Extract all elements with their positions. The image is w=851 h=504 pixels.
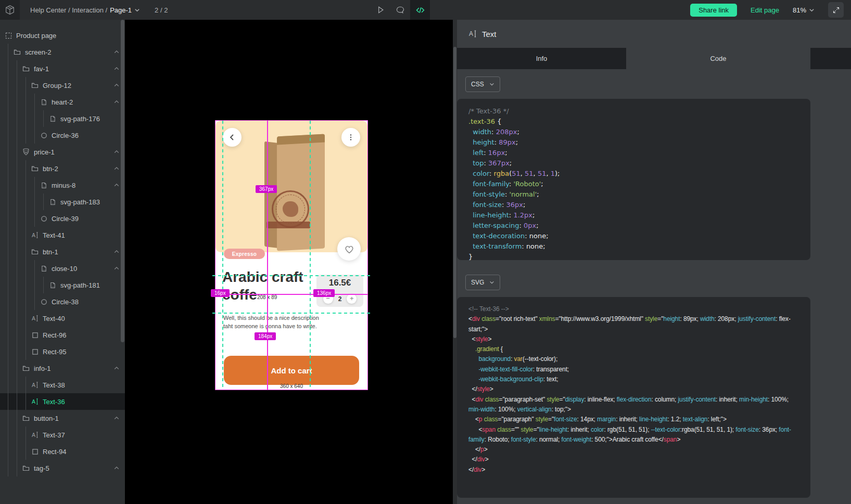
layer-row-circle-39[interactable]: Circle-39 (0, 210, 125, 227)
heart-icon (344, 243, 355, 255)
layer-row-fav-1[interactable]: fav-1 (0, 60, 125, 77)
layer-label: tag-5 (34, 464, 49, 472)
favorite-button[interactable] (337, 237, 361, 261)
collapse-chevron-icon[interactable] (114, 416, 119, 420)
collapse-chevron-icon[interactable] (114, 250, 119, 253)
edit-page-link[interactable]: Edit page (751, 6, 779, 14)
topbar-actions: Share link Edit page 81% (690, 0, 844, 20)
layer-row-minus-8[interactable]: minus-8 (0, 177, 125, 193)
collapse-chevron-icon[interactable] (114, 366, 119, 370)
code-line: </p> (468, 445, 799, 455)
layer-row-svg-path-183[interactable]: svg-path-183 (0, 193, 125, 210)
code-line: /* Text-36 */ (468, 106, 799, 117)
breadcrumb-page[interactable]: Page-1 (110, 6, 132, 14)
indent-guide (26, 427, 26, 443)
code-line: <div class="root rich-text" xmlns="http:… (468, 314, 799, 334)
layer-label: screen-2 (25, 48, 52, 56)
layer-row-text-38[interactable]: AText-38 (0, 377, 125, 393)
svg-code-block[interactable]: <!-- Text-36 --><div class="root rich-te… (457, 297, 810, 498)
share-link-button[interactable]: Share link (690, 4, 737, 17)
layer-row-svg-path-176[interactable]: svg-path-176 (0, 110, 125, 127)
zoom-control[interactable]: 81% (793, 6, 815, 14)
inspector-panel: A Text Info Code CSS /* Text-36 */.text-… (457, 20, 851, 504)
layer-row-group-12[interactable]: Group-12 (0, 77, 125, 94)
code-button[interactable] (410, 0, 430, 20)
breadcrumb[interactable]: Help Center / Interaction / Page-1 (30, 6, 140, 14)
comment-button[interactable] (390, 0, 410, 20)
fullscreen-button[interactable] (828, 2, 844, 18)
plus-button[interactable]: + (347, 294, 357, 304)
svg-format-dropdown[interactable]: SVG (465, 275, 500, 290)
text-layer-icon: A (31, 231, 39, 239)
layer-row-text-40[interactable]: AText-40 (0, 310, 125, 327)
collapse-chevron-icon[interactable] (114, 67, 119, 70)
layer-label: Group-12 (43, 82, 71, 89)
collapse-chevron-icon[interactable] (114, 166, 119, 170)
layer-row-screen-2[interactable]: screen-2 (0, 44, 125, 60)
category-tag[interactable]: Expresso (224, 249, 265, 259)
layer-row-text-41[interactable]: AText-41 (0, 227, 125, 243)
panel-scrollbar[interactable] (453, 20, 457, 504)
add-to-cart-button[interactable]: Add to cart (224, 356, 359, 385)
app-logo-icon[interactable] (0, 0, 20, 20)
chevron-left-icon (228, 134, 236, 141)
product-page-mockup[interactable]: Expresso Arabic craft coffe 208 x 89 16.… (215, 121, 367, 390)
layer-row-product page[interactable]: Product page (0, 27, 125, 44)
measure-line-vertical (267, 121, 268, 390)
chevron-down-icon (489, 82, 494, 87)
layer-row-rect-94[interactable]: Rect-94 (0, 443, 125, 460)
layer-row-rect-96[interactable]: Rect-96 (0, 327, 125, 343)
indent-guide (34, 110, 35, 127)
layer-row-heart-2[interactable]: heart-2 (0, 94, 125, 110)
collapse-chevron-icon[interactable] (114, 50, 119, 54)
back-button[interactable] (223, 128, 242, 147)
layer-row-close-10[interactable]: close-10 (0, 260, 125, 277)
tab-code[interactable]: Code (626, 48, 810, 69)
indent-guide (34, 127, 35, 144)
code-line: width: 208px; (468, 127, 799, 137)
layer-row-rect-95[interactable]: Rect-95 (0, 343, 125, 360)
collapse-chevron-icon[interactable] (114, 266, 119, 270)
preview-canvas[interactable]: Expresso Arabic craft coffe 208 x 89 16.… (125, 20, 453, 504)
folder-layer-icon (14, 48, 21, 56)
code-line: letter-spacing: 0px; (468, 221, 799, 231)
layer-row-svg-path-181[interactable]: svg-path-181 (0, 277, 125, 293)
indent-guide (8, 144, 8, 160)
layer-row-btn-1[interactable]: btn-1 (0, 243, 125, 260)
collapse-chevron-icon[interactable] (114, 466, 119, 470)
layer-row-circle-38[interactable]: Circle-38 (0, 293, 125, 310)
layer-row-button-1[interactable]: button-1 (0, 410, 125, 427)
svg-layer-icon (49, 115, 56, 122)
collapse-chevron-icon[interactable] (114, 100, 119, 104)
indent-guide (17, 343, 17, 360)
css-code-block[interactable]: /* Text-36 */.text-36 { width: 208px; he… (457, 99, 810, 260)
layer-row-btn-2[interactable]: btn-2 (0, 160, 125, 177)
collapse-chevron-icon[interactable] (114, 150, 119, 153)
indent-guide (17, 377, 17, 393)
layer-row-text-36[interactable]: AText-36 (0, 393, 125, 410)
css-format-dropdown[interactable]: CSS (465, 76, 500, 92)
layer-row-circle-36[interactable]: Circle-36 (0, 127, 125, 144)
layer-row-tag-5[interactable]: tag-5 (0, 460, 125, 476)
layer-row-info-1[interactable]: info-1 (0, 360, 125, 377)
indent-guide (34, 277, 35, 293)
selected-element-title: Text (482, 30, 497, 38)
svg-layer-icon (40, 182, 47, 189)
collapse-chevron-icon[interactable] (114, 183, 119, 187)
guide-element-bottom (212, 313, 373, 314)
indent-guide (17, 410, 17, 427)
indent-guide (26, 310, 26, 327)
indent-guide (17, 127, 17, 144)
play-button[interactable] (371, 0, 390, 20)
layer-label: minus-8 (52, 182, 75, 189)
frame-layer-icon (5, 32, 12, 39)
sidebar-scrollbar[interactable] (121, 20, 124, 342)
more-menu-button[interactable] (341, 128, 360, 147)
collapse-chevron-icon[interactable] (114, 83, 119, 87)
layer-row-price-1[interactable]: price-1 (0, 144, 125, 160)
tab-info[interactable]: Info (457, 48, 626, 69)
layer-row-text-37[interactable]: AText-37 (0, 427, 125, 443)
layer-label: Circle-38 (52, 298, 79, 306)
measure-label-left: 16px (211, 289, 230, 297)
chevron-down-icon[interactable] (134, 7, 140, 13)
